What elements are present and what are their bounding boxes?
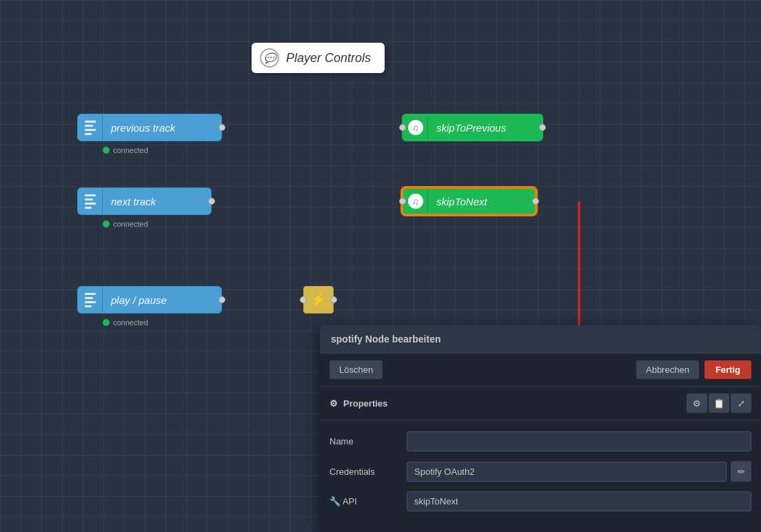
bar2 [85, 125, 93, 127]
next-track-icon [78, 188, 103, 214]
comment-icon: 💬 [260, 48, 279, 68]
section-header: ⚙ Properties ⚙ 📋 ⤢ [320, 387, 761, 420]
player-controls-node[interactable]: 💬 Player Controls [252, 43, 385, 73]
spotify-logo2: ♫ [408, 194, 423, 209]
api-label-text: API [343, 496, 357, 507]
name-label: Name [329, 436, 398, 447]
api-select-wrap: skipToNext skipToPrevious play pause [407, 491, 751, 511]
skip-next-spotify-icon: ♫ [403, 189, 428, 214]
bar4 [85, 133, 92, 135]
bar4 [85, 207, 92, 209]
credentials-row: Credentials Spotify OAuth2 ✏ [329, 461, 751, 482]
bar1 [85, 293, 96, 295]
credentials-select-wrap: Spotify OAuth2 ✏ [407, 461, 751, 482]
play-pause-output-port[interactable] [219, 296, 225, 303]
name-row: Name [329, 431, 751, 451]
api-select[interactable]: skipToNext skipToPrevious play pause [407, 491, 751, 511]
yellow-input-port[interactable] [300, 296, 307, 303]
wrench-icon: 🔧 [329, 496, 341, 507]
previous-track-node[interactable]: previous track connected [77, 114, 222, 141]
name-input[interactable] [407, 431, 751, 451]
bar1 [85, 194, 96, 196]
settings-icon-btn[interactable]: ⚙ [687, 393, 707, 413]
yellow-icon: ⚡ [311, 292, 326, 307]
section-title: ⚙ Properties [329, 398, 387, 409]
play-pause-icon [78, 287, 103, 313]
skip-previous-spotify-icon: ♫ [403, 115, 428, 140]
status-text2: connected [113, 220, 148, 228]
toolbar-right: Abbrechen Fertig [636, 360, 751, 379]
previous-track-icon [78, 114, 103, 141]
credentials-label: Credentials [329, 467, 398, 477]
section-icons: ⚙ 📋 ⤢ [687, 393, 751, 413]
status-dot [103, 147, 110, 154]
next-track-status: connected [103, 220, 148, 228]
skip-previous-input-port[interactable] [399, 124, 406, 131]
panel-toolbar: Löschen Abbrechen Fertig [320, 354, 761, 387]
bar3 [85, 301, 96, 303]
status-text: connected [113, 146, 148, 154]
skip-next-output-port[interactable] [532, 198, 539, 205]
spotify-logo: ♫ [408, 120, 423, 135]
status-text3: connected [113, 318, 148, 327]
play-pause-label: play / pause [103, 294, 175, 306]
status-dot2 [103, 221, 110, 227]
panel-header: spotify Node bearbeiten [320, 325, 761, 354]
skip-previous-output-port[interactable] [539, 124, 546, 131]
skip-next-label: skipToNext [428, 196, 496, 207]
previous-track-label: previous track [103, 122, 183, 134]
bar3 [85, 129, 96, 131]
copy-icon-btn[interactable]: 📋 [709, 393, 729, 413]
expand-icon-btn[interactable]: ⤢ [731, 393, 751, 413]
edit-panel: spotify Node bearbeiten Löschen Abbreche… [320, 325, 761, 532]
nr-bars-icon2 [85, 194, 96, 209]
nr-bars-icon3 [85, 293, 96, 307]
skip-previous-node[interactable]: ♫ skipToPrevious [402, 114, 543, 141]
player-controls-label: Player Controls [286, 51, 371, 65]
bar3 [85, 203, 96, 205]
credentials-edit-button[interactable]: ✏ [731, 461, 751, 482]
previous-track-status: connected [103, 146, 148, 154]
credentials-select[interactable]: Spotify OAuth2 [407, 462, 727, 482]
previous-track-output-port[interactable] [219, 124, 225, 131]
delete-button[interactable]: Löschen [329, 360, 383, 379]
next-track-label: next track [103, 196, 164, 207]
bar2 [85, 297, 93, 299]
skip-next-node[interactable]: ♫ skipToNext [402, 187, 536, 215]
nr-bars-icon [85, 121, 96, 135]
section-title-text: Properties [343, 398, 387, 409]
skip-previous-label: skipToPrevious [428, 122, 514, 134]
play-pause-status: connected [103, 318, 148, 327]
gear-icon: ⚙ [329, 398, 338, 409]
play-pause-node[interactable]: play / pause connected [77, 286, 222, 314]
panel-body: Name Credentials Spotify OAuth2 ✏ 🔧 API … [320, 420, 761, 532]
bar2 [85, 198, 93, 201]
next-track-output-port[interactable] [208, 198, 215, 205]
next-track-node[interactable]: next track connected [77, 187, 212, 215]
bar4 [85, 305, 92, 307]
api-label: 🔧 API [329, 496, 398, 507]
status-dot3 [103, 319, 110, 326]
yellow-connector-node[interactable]: ⚡ [303, 286, 334, 314]
api-row: 🔧 API skipToNext skipToPrevious play pau… [329, 491, 751, 511]
yellow-output-port[interactable] [330, 296, 337, 303]
done-button[interactable]: Fertig [704, 360, 751, 379]
bar1 [85, 121, 96, 123]
skip-next-input-port[interactable] [399, 198, 406, 205]
cancel-button[interactable]: Abbrechen [636, 360, 699, 379]
panel-title: spotify Node bearbeiten [331, 334, 440, 345]
